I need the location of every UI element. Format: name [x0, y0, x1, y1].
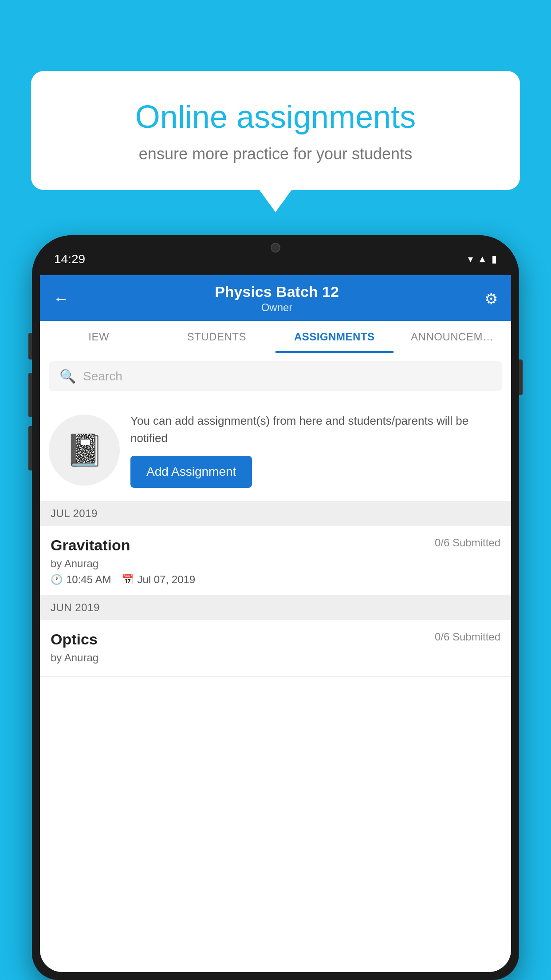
assignment-item-gravitation[interactable]: Gravitation 0/6 Submitted by Anurag 🕐 10…	[40, 526, 511, 595]
volume-up-button	[28, 333, 32, 360]
wifi-icon: ▾	[468, 253, 473, 265]
speech-bubble: Online assignments ensure more practice …	[31, 71, 520, 190]
assignment-time: 🕐 10:45 AM	[51, 573, 111, 586]
header-center: Physics Batch 12 Owner	[69, 283, 484, 314]
search-container: 🔍 Search	[40, 353, 511, 399]
status-bar: 14:29 ▾ ▲ ▮	[32, 235, 519, 275]
calendar-icon: 📅	[122, 574, 134, 585]
assignment-time-value: 10:45 AM	[66, 573, 111, 586]
bubble-subtitle: ensure more practice for your students	[67, 145, 484, 163]
battery-icon: ▮	[492, 253, 497, 265]
app-header: ← Physics Batch 12 Owner ⚙	[40, 274, 511, 321]
tab-students[interactable]: STUDENTS	[158, 321, 276, 353]
promo-content: You can add assignment(s) from here and …	[130, 412, 502, 488]
promo-icon-circle: 📓	[49, 415, 120, 486]
power-button	[519, 360, 523, 395]
promo-section: 📓 You can add assignment(s) from here an…	[40, 399, 511, 501]
search-input[interactable]: Search	[83, 369, 122, 383]
assignment-top-row-optics: Optics 0/6 Submitted	[51, 631, 500, 648]
header-title: Physics Batch 12	[69, 283, 484, 300]
assignment-author: by Anurag	[51, 557, 500, 570]
assignment-top-row: Gravitation 0/6 Submitted	[51, 537, 500, 554]
assignment-title: Gravitation	[51, 537, 130, 554]
tab-assignments[interactable]: ASSIGNMENTS	[276, 321, 394, 353]
add-assignment-button[interactable]: Add Assignment	[130, 456, 252, 488]
assignment-title-optics: Optics	[51, 631, 98, 648]
tabs-container: IEW STUDENTS ASSIGNMENTS ANNOUNCEM…	[40, 321, 511, 353]
settings-button[interactable]: ⚙	[484, 290, 498, 308]
speech-bubble-container: Online assignments ensure more practice …	[31, 71, 520, 190]
phone-screen: ← Physics Batch 12 Owner ⚙ IEW STUDENTS …	[40, 274, 511, 972]
search-box[interactable]: 🔍 Search	[49, 361, 502, 391]
assignment-submitted: 0/6 Submitted	[435, 537, 500, 549]
silent-button	[28, 426, 32, 470]
volume-down-button	[28, 373, 32, 417]
assignment-author-optics: by Anurag	[51, 652, 500, 664]
status-time: 14:29	[54, 252, 85, 266]
tab-iew[interactable]: IEW	[40, 321, 158, 353]
assignment-date-value: Jul 07, 2019	[137, 573, 195, 586]
header-subtitle: Owner	[69, 301, 484, 314]
assignment-date: 📅 Jul 07, 2019	[122, 573, 195, 586]
bubble-title: Online assignments	[67, 98, 484, 136]
clock-icon: 🕐	[51, 574, 63, 585]
camera	[271, 243, 280, 253]
phone-notch	[240, 235, 311, 260]
assignment-meta: 🕐 10:45 AM 📅 Jul 07, 2019	[51, 573, 500, 586]
section-jul-2019: JUL 2019	[40, 501, 511, 526]
phone-frame: 14:29 ▾ ▲ ▮ ← Physics Batch 12 Owner ⚙ I…	[32, 235, 519, 980]
status-icons: ▾ ▲ ▮	[468, 253, 497, 265]
section-jun-2019: JUN 2019	[40, 595, 511, 620]
back-button[interactable]: ←	[53, 289, 69, 308]
promo-text: You can add assignment(s) from here and …	[130, 412, 502, 447]
notebook-icon: 📓	[65, 432, 104, 468]
search-icon: 🔍	[59, 368, 76, 384]
assignment-submitted-optics: 0/6 Submitted	[435, 631, 500, 643]
tab-announcements[interactable]: ANNOUNCEM…	[394, 321, 512, 353]
assignment-item-optics[interactable]: Optics 0/6 Submitted by Anurag	[40, 620, 511, 677]
signal-icon: ▲	[477, 253, 487, 265]
